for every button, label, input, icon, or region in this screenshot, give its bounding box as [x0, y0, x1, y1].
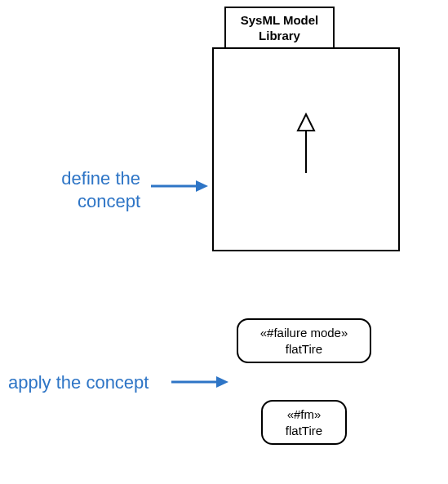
flat-tire-2-stereotype: «#fm» [287, 406, 322, 423]
library-title-text: SysML Model Library [226, 12, 333, 44]
flat-tire-2-name: flatTire [286, 423, 322, 439]
library-frame [212, 47, 400, 251]
flat-tire-1-stereotype: «#failure mode» [260, 325, 348, 341]
flat-tire-1-name: flatTire [286, 341, 322, 357]
library-title-tab: SysML Model Library [224, 7, 335, 49]
flat-tire-failure-mode-box: «#failure mode» flatTire [237, 318, 371, 363]
flat-tire-fm-box: «#fm» flatTire [261, 400, 347, 445]
apply-concept-label: apply the concept [8, 371, 163, 394]
apply-arrow-head-icon [216, 376, 228, 388]
define-arrow-head-icon [196, 180, 208, 192]
define-concept-label: define the concept [42, 167, 140, 212]
